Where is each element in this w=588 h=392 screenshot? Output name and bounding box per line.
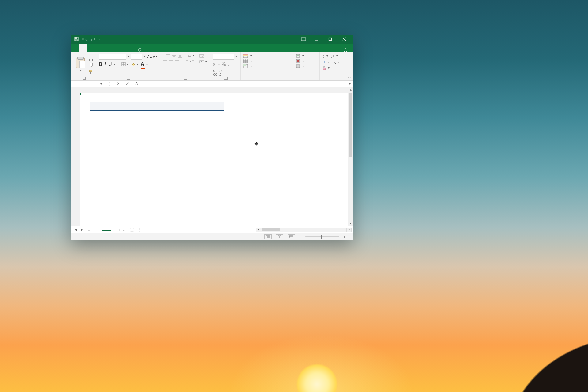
tab-page-layout[interactable] (95, 44, 103, 52)
comma-icon[interactable]: , (228, 62, 229, 67)
paste-button[interactable] (73, 56, 87, 74)
align-middle-icon[interactable] (172, 54, 176, 58)
save-icon[interactable] (74, 37, 79, 41)
minimize-button[interactable] (309, 35, 323, 44)
sort-filter-icon[interactable]: AZ (331, 54, 338, 58)
decrease-decimal-icon[interactable]: .00.0 (219, 69, 223, 76)
cell-styles-button[interactable] (243, 64, 252, 68)
clear-icon[interactable] (322, 66, 330, 70)
sheet-nav-next-icon[interactable]: ► (80, 228, 84, 232)
column-headers[interactable] (80, 87, 348, 93)
fill-icon[interactable] (322, 60, 330, 64)
tab-review[interactable] (119, 44, 127, 52)
number-format-dropdown[interactable] (235, 54, 238, 59)
alignment-dialog-launcher[interactable] (184, 77, 187, 80)
format-painter-icon[interactable] (89, 70, 93, 74)
copy-icon[interactable] (89, 63, 93, 68)
decrease-font-icon[interactable]: A▼ (153, 55, 157, 58)
clipboard-dialog-launcher[interactable] (83, 77, 86, 80)
redo-icon[interactable] (90, 37, 96, 41)
tab-home[interactable] (79, 44, 87, 52)
tab-insert[interactable] (87, 44, 95, 52)
sheet-tabs-options-icon[interactable]: ⋮ (137, 227, 141, 232)
percent-icon[interactable]: % (222, 62, 226, 67)
normal-view-icon[interactable] (264, 234, 272, 239)
cells-area[interactable]: ✥ (80, 93, 348, 226)
bold-icon[interactable]: B (99, 62, 102, 67)
font-name-dropdown[interactable] (127, 54, 130, 59)
zoom-in-icon[interactable]: + (343, 235, 345, 239)
align-right-icon[interactable] (175, 60, 179, 64)
page-layout-view-icon[interactable] (276, 234, 283, 239)
tab-view[interactable] (127, 44, 135, 52)
page-break-view-icon[interactable] (288, 234, 295, 239)
cancel-icon[interactable]: ✕ (114, 81, 123, 86)
align-bottom-icon[interactable] (178, 54, 182, 58)
align-top-icon[interactable] (166, 54, 170, 58)
format-cells-button[interactable] (296, 64, 304, 68)
increase-font-icon[interactable]: A▲ (147, 55, 152, 59)
collapse-ribbon-icon[interactable] (347, 75, 351, 79)
sheet-nav-more-icon[interactable]: … (86, 228, 90, 232)
insert-cells-button[interactable] (296, 54, 304, 58)
new-sheet-icon[interactable]: + (130, 228, 134, 232)
zoom-slider[interactable] (305, 236, 339, 237)
svg-rect-2 (75, 40, 78, 41)
cut-icon[interactable] (89, 56, 93, 61)
svg-rect-5 (329, 38, 332, 41)
underline-icon[interactable]: U (108, 62, 115, 67)
fx-menu-icon[interactable]: ⋮ (104, 81, 114, 86)
qat-customize-icon[interactable] (99, 39, 101, 40)
tab-data[interactable] (111, 44, 119, 52)
font-size-input[interactable] (131, 54, 142, 60)
merge-center-icon[interactable] (199, 60, 207, 64)
row-headers[interactable] (71, 93, 80, 226)
tab-formulas[interactable] (103, 44, 111, 52)
number-format-input[interactable] (213, 54, 234, 60)
sheet-tab-shared-workbook[interactable] (111, 229, 120, 231)
sheet-tab-ungroup[interactable] (93, 229, 102, 231)
tell-me[interactable] (135, 48, 340, 52)
delete-cells-button[interactable] (296, 59, 304, 63)
conditional-formatting-button[interactable] (243, 54, 252, 58)
undo-icon[interactable] (82, 37, 87, 41)
font-name-input[interactable] (99, 54, 126, 60)
maximize-button[interactable] (323, 35, 337, 44)
autosum-icon[interactable]: ∑ (322, 54, 328, 58)
align-center-icon[interactable] (169, 60, 173, 64)
sheet-nav-prev-icon[interactable]: ◄ (74, 228, 77, 232)
formula-input[interactable] (141, 81, 346, 87)
italic-icon[interactable]: I (105, 62, 106, 67)
zoom-out-icon[interactable]: − (299, 235, 301, 239)
decrease-indent-icon[interactable] (184, 60, 188, 64)
share-button[interactable] (340, 48, 353, 52)
align-left-icon[interactable] (163, 60, 167, 64)
fill-color-icon[interactable] (131, 62, 138, 66)
select-all-corner[interactable] (71, 87, 80, 93)
sheet-tab-advanced-option[interactable] (102, 228, 111, 231)
number-dialog-launcher[interactable] (224, 77, 228, 80)
borders-icon[interactable] (121, 62, 129, 66)
wrap-text-icon[interactable] (199, 54, 204, 58)
tab-file[interactable] (71, 44, 79, 52)
font-dialog-launcher[interactable] (127, 77, 130, 80)
ribbon-options-icon[interactable] (298, 35, 309, 44)
name-box[interactable] (71, 81, 104, 87)
enter-icon[interactable]: ✓ (123, 81, 132, 86)
find-select-icon[interactable] (332, 60, 339, 64)
svg-rect-73 (278, 236, 279, 238)
increase-indent-icon[interactable] (190, 60, 194, 64)
accounting-icon[interactable]: $ (213, 62, 220, 66)
format-as-table-button[interactable] (243, 59, 252, 63)
close-button[interactable] (337, 35, 351, 44)
sheet-tabs-more-icon[interactable]: … (123, 228, 127, 232)
increase-decimal-icon[interactable]: .0.00 (213, 69, 217, 76)
font-color-icon[interactable]: A (141, 62, 148, 67)
expand-formula-bar-icon[interactable] (346, 81, 353, 87)
font-size-dropdown[interactable] (143, 54, 146, 59)
orientation-icon[interactable]: ab (187, 54, 194, 58)
spreadsheet-grid[interactable]: ✥ (71, 87, 353, 226)
vertical-scrollbar[interactable] (348, 87, 353, 226)
horizontal-scrollbar[interactable] (144, 228, 353, 232)
fx-icon[interactable]: fx (132, 81, 141, 86)
